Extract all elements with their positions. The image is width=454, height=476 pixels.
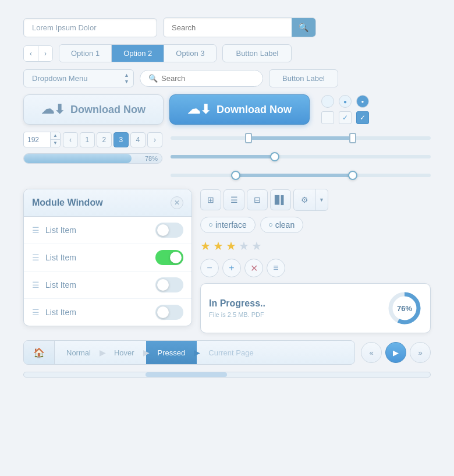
action-btns: − + ✕ ≡: [200, 259, 431, 277]
checkbox-empty[interactable]: [321, 111, 334, 124]
search-input[interactable]: [164, 19, 292, 37]
page-next[interactable]: ›: [147, 132, 162, 147]
slider3-thumb-left[interactable]: [231, 171, 240, 180]
num-input-wrap: ▲ ▼: [23, 132, 61, 147]
bc-hover[interactable]: Hover: [102, 341, 146, 364]
num-input[interactable]: [24, 132, 50, 147]
search-input-wrap: 🔍: [163, 17, 316, 37]
tags-row: interface clean: [200, 217, 431, 233]
tag-clean[interactable]: clean: [260, 217, 303, 233]
search-inline-input[interactable]: [161, 74, 254, 83]
page-2[interactable]: 2: [97, 132, 112, 147]
nav-prev[interactable]: ‹: [24, 46, 38, 61]
list-item-label-3: List Item: [45, 280, 150, 290]
tool-columns[interactable]: ⊟: [247, 189, 268, 210]
action-times[interactable]: ✕: [244, 259, 263, 277]
page-1[interactable]: 1: [80, 132, 95, 147]
star-2[interactable]: ★: [213, 239, 224, 253]
slider2-thumb[interactable]: [270, 152, 279, 161]
download-btn-blue[interactable]: ☁⬇ Download Now: [169, 94, 310, 125]
radio-check-group: ● ● ✓ ✓: [321, 95, 369, 124]
tool-gear-btn[interactable]: ⚙: [294, 189, 315, 210]
row-inputs: 🔍: [23, 17, 431, 37]
button-label-1[interactable]: Button Label: [222, 44, 292, 62]
dropdown-menu[interactable]: Dropdown Menu Option A Option B: [23, 69, 134, 87]
action-equals[interactable]: ≡: [267, 259, 285, 277]
star-5[interactable]: ★: [251, 239, 262, 253]
ui-container: 🔍 ‹ › Option 1 Option 2 Option 3 Button …: [23, 17, 431, 378]
slider1-wrap: [171, 132, 431, 144]
media-controls: « ▶ »: [361, 340, 431, 365]
checkbox-row: ✓ ✓: [321, 111, 369, 124]
list-item-2: ☰ List Item: [24, 244, 191, 272]
checkbox-filled[interactable]: ✓: [356, 111, 369, 124]
star-3[interactable]: ★: [226, 239, 236, 253]
action-minus[interactable]: −: [200, 259, 219, 277]
slider3-track: [171, 174, 431, 177]
progress-label: 78%: [145, 155, 158, 162]
tool-barcode[interactable]: ▊▌: [270, 189, 291, 210]
media-forward[interactable]: »: [410, 342, 431, 363]
num-arrows: ▲ ▼: [50, 132, 60, 147]
toggle-4[interactable]: [155, 305, 183, 320]
list-item-label-1: List Item: [45, 225, 150, 235]
star-1[interactable]: ★: [200, 239, 211, 253]
download-btn-light[interactable]: ☁⬇ Download Now: [23, 94, 164, 125]
tag-label-2: clean: [275, 220, 295, 230]
tool-gear-arrow[interactable]: ▼: [315, 189, 328, 210]
checkbox-check[interactable]: ✓: [339, 111, 352, 124]
toggle-thumb-1: [157, 224, 169, 236]
radio-empty[interactable]: [321, 95, 334, 108]
slider3-fill: [236, 174, 353, 177]
page-3[interactable]: 3: [114, 132, 129, 147]
media-play[interactable]: ▶: [385, 342, 406, 363]
text-input[interactable]: [23, 18, 157, 37]
star-4[interactable]: ★: [239, 239, 249, 253]
bc-home[interactable]: 🏠: [24, 341, 55, 364]
module-close-button[interactable]: ✕: [171, 196, 183, 209]
download-label-blue: Download Now: [217, 104, 292, 116]
module-header: Module Window ✕: [24, 189, 191, 217]
bc-pressed[interactable]: Pressed: [146, 341, 197, 364]
progress-fill: [24, 154, 132, 163]
sliders-wrap: [171, 132, 431, 182]
num-up[interactable]: ▲: [51, 132, 60, 140]
bc-normal[interactable]: Normal: [55, 341, 102, 364]
pagination: ▲ ▼ ‹ 1 2 3 4 ›: [23, 132, 162, 147]
slider1-thumb-right[interactable]: [349, 133, 356, 143]
donut-wrap: 76%: [387, 291, 422, 326]
radio-filled[interactable]: ●: [356, 95, 369, 108]
cloud-icon-light: ☁⬇: [41, 102, 65, 117]
tools-panel: ⊞ ☰ ⊟ ▊▌ ⚙ ▼ interface clean: [200, 189, 431, 333]
module-window: Module Window ✕ ☰ List Item ☰ List Item: [23, 189, 192, 326]
search-inline-wrap: 🔍: [140, 70, 263, 87]
tool-list[interactable]: ☰: [224, 189, 244, 210]
page-prev[interactable]: ‹: [63, 132, 78, 147]
tool-gear-dropdown: ⚙ ▼: [293, 189, 328, 211]
tab-option1[interactable]: Option 1: [59, 45, 112, 62]
list-icon-3: ☰: [32, 280, 40, 290]
tool-grid[interactable]: ⊞: [200, 189, 221, 210]
nav-next[interactable]: ›: [38, 46, 52, 61]
toggle-2[interactable]: [155, 250, 183, 265]
toggle-1[interactable]: [155, 223, 183, 238]
action-plus[interactable]: +: [222, 259, 241, 277]
tag-interface[interactable]: interface: [200, 217, 256, 233]
slider3-thumb-right[interactable]: [348, 171, 357, 180]
tab-option3[interactable]: Option 3: [164, 45, 216, 62]
tab-option2[interactable]: Option 2: [112, 45, 164, 62]
slider2-wrap: [171, 150, 431, 163]
toggle-3[interactable]: [155, 277, 183, 292]
tab-group: Option 1 Option 2 Option 3: [59, 44, 217, 62]
scrollbar[interactable]: [23, 372, 431, 378]
media-rewind[interactable]: «: [361, 342, 382, 363]
bc-current[interactable]: Current Page: [197, 341, 265, 364]
num-down[interactable]: ▼: [51, 140, 60, 147]
slider1-thumb-left[interactable]: [245, 133, 252, 143]
in-progress-subtitle: File is 2.5 MB. PDF: [209, 311, 265, 318]
button-label-2[interactable]: Button Label: [269, 69, 338, 87]
radio-dot[interactable]: ●: [339, 95, 352, 108]
slider3-wrap: [171, 169, 431, 182]
page-4[interactable]: 4: [130, 132, 146, 147]
search-button[interactable]: 🔍: [292, 18, 315, 37]
